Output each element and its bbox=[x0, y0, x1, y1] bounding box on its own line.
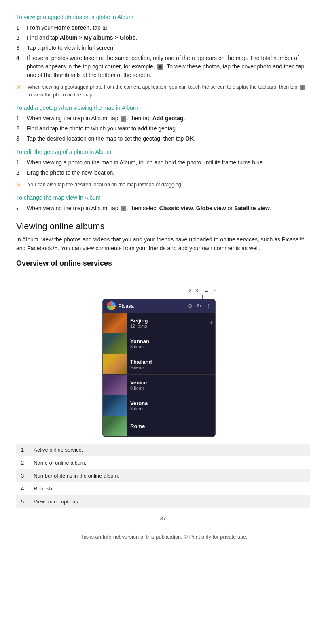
globe-step-3-text: Tap a photo to view it in full screen. bbox=[27, 44, 115, 52]
step-num-1: 1 bbox=[16, 158, 23, 167]
globe-section-heading: To view geotagged photos on a globe in A… bbox=[16, 14, 310, 20]
album-thumb-venice bbox=[103, 375, 127, 395]
screenshot-container: 1— 2 3 4 5 Picasa bbox=[16, 276, 310, 437]
tick-2 bbox=[198, 295, 198, 299]
label-3: 3 bbox=[195, 288, 198, 294]
edit-geotag-tip: ✳ You can also tap the desired location … bbox=[16, 181, 310, 189]
album-count-venice: 8 items bbox=[130, 386, 212, 390]
album-item-thailand: Thailand 9 items bbox=[103, 354, 215, 375]
globe-step-2: 2 Find and tap Album > My albums > Globe… bbox=[16, 34, 310, 42]
screenshot-wrapper: 1— 2 3 4 5 Picasa bbox=[102, 288, 224, 437]
globe-step-2-text: Find and tap Album > My albums > Globe. bbox=[27, 34, 137, 42]
overview-heading: Overview of online services bbox=[16, 259, 310, 268]
album-name-venice: Venice bbox=[130, 380, 212, 386]
device-top-bar: Picasa ⊙ ↻ ⋮ bbox=[103, 299, 215, 313]
ref-desc-5: View menu options. bbox=[29, 495, 310, 508]
album-info-venice: Venice 8 items bbox=[127, 377, 215, 393]
album-info-beijing: Beijing 12 items bbox=[127, 315, 210, 331]
album-name-thailand: Thailand bbox=[130, 359, 212, 365]
change-map-view-list: • When viewing the map in Album, tap ⋮, … bbox=[16, 204, 310, 214]
edit-geotag-heading: To edit the geotag of a photo in Album bbox=[16, 149, 310, 155]
tick-5 bbox=[216, 295, 216, 299]
edit-geotag-section: To edit the geotag of a photo in Album 1… bbox=[16, 149, 310, 189]
step-num-2: 2 bbox=[16, 34, 23, 42]
album-thumb-thailand bbox=[103, 354, 127, 374]
ref-num-4: 4 bbox=[16, 482, 29, 495]
main-heading: Viewing online albums bbox=[16, 221, 310, 232]
ref-desc-3: Number of items in the online album. bbox=[29, 469, 310, 482]
add-geotag-step-3-text: Tap the desired location on the map to s… bbox=[27, 134, 195, 143]
globe-tip: ✳ When viewing a geotagged photo from th… bbox=[16, 83, 310, 99]
tip-icon: ✳ bbox=[16, 83, 24, 91]
menu-icon-small: ⋮ bbox=[121, 116, 126, 122]
album-name-beijing: Beijing bbox=[130, 318, 206, 324]
edit-geotag-step-2-text: Drag the photo to the new location. bbox=[27, 168, 114, 177]
ref-desc-2: Name of online album. bbox=[29, 456, 310, 469]
add-geotag-step-3: 3 Tap the desired location on the map to… bbox=[16, 134, 310, 143]
step-num-1: 1 bbox=[16, 114, 23, 123]
location-icon: ⊙ bbox=[188, 303, 193, 309]
album-count-thailand: 9 items bbox=[130, 365, 212, 370]
map-icon: ◫ bbox=[300, 85, 305, 90]
edit-geotag-step-1: 1 When viewing a photo on the map in Alb… bbox=[16, 158, 310, 167]
album-item-rome: Rome bbox=[103, 416, 215, 437]
ref-row-2: 2 Name of online album. bbox=[16, 456, 310, 469]
top-bar-icons: ⊙ ↻ ⋮ bbox=[188, 303, 211, 309]
album-thumb-beijing bbox=[103, 313, 127, 333]
album-info-thailand: Thailand 9 items bbox=[127, 356, 215, 372]
ref-num-5: 5 bbox=[16, 495, 29, 508]
device-screenshot: Picasa ⊙ ↻ ⋮ bbox=[102, 299, 216, 437]
edit-geotag-steps-list: 1 When viewing a photo on the map in Alb… bbox=[16, 158, 310, 177]
edit-geotag-tip-text: You can also tap the desired location on… bbox=[28, 181, 182, 189]
globe-tip-text: When viewing a geotagged photo from the … bbox=[28, 83, 310, 99]
step-num-2: 2 bbox=[16, 124, 23, 133]
add-geotag-heading: To add a geotag when viewing the map in … bbox=[16, 104, 310, 111]
ref-row-5: 5 View menu options. bbox=[16, 495, 310, 508]
add-geotag-step-2-text: Find and tap the photo to which you want… bbox=[27, 124, 177, 133]
ref-num-3: 3 bbox=[16, 469, 29, 482]
step-num-4: 4 bbox=[16, 54, 23, 79]
globe-step-4: 4 If several photos were taken at the sa… bbox=[16, 54, 310, 79]
picasa-logo-icon bbox=[107, 301, 116, 310]
main-heading-section: Viewing online albums In Album, view the… bbox=[16, 221, 310, 253]
refresh-icon: ↻ bbox=[197, 303, 201, 309]
picasa-logo-area: Picasa bbox=[107, 301, 185, 310]
change-map-view-heading: To change the map view in Album bbox=[16, 194, 310, 201]
ref-row-3: 3 Number of items in the online album. bbox=[16, 469, 310, 482]
album-list: Beijing 12 items ⊕ Yunnan 8 items bbox=[103, 313, 215, 437]
label-5: 5 bbox=[214, 288, 216, 294]
album-thumb-yunnan bbox=[103, 333, 127, 354]
overflow-menu-icon: ⋮ bbox=[205, 303, 211, 309]
album-info-verona: Verona 8 items bbox=[127, 398, 215, 414]
main-intro: In Album, view the photos and videos tha… bbox=[16, 235, 310, 253]
album-count-beijing: 12 items bbox=[130, 324, 206, 328]
page-number: 87 bbox=[16, 516, 310, 522]
ref-row-4: 4 Refresh. bbox=[16, 482, 310, 495]
edit-geotag-step-1-text: When viewing a photo on the map in Album… bbox=[27, 158, 265, 167]
tip-icon-2: ✳ bbox=[16, 181, 24, 189]
step-num-1: 1 bbox=[16, 23, 23, 32]
overview-section: Overview of online services 1— 2 3 4 5 bbox=[16, 259, 310, 508]
sync-icon-beijing: ⊕ bbox=[210, 320, 215, 326]
tick-4 bbox=[210, 295, 210, 299]
album-count-verona: 8 items bbox=[130, 406, 212, 411]
album-item-venice: Venice 8 items bbox=[103, 375, 215, 395]
bullet-symbol: • bbox=[16, 204, 23, 214]
change-map-view-item: • When viewing the map in Album, tap ⋮, … bbox=[16, 204, 310, 214]
album-name-rome: Rome bbox=[130, 423, 212, 429]
tick-3 bbox=[202, 295, 203, 299]
album-name-yunnan: Yunnan bbox=[130, 338, 212, 344]
menu-icon-small-2: ⋮ bbox=[121, 206, 126, 211]
album-name-verona: Verona bbox=[130, 400, 212, 406]
globe-step-3: 3 Tap a photo to view it in full screen. bbox=[16, 44, 310, 52]
photo-stack-icon: ▣ bbox=[157, 64, 163, 70]
num-labels-row: 1— 2 3 4 5 bbox=[102, 288, 224, 294]
step-num-3: 3 bbox=[16, 134, 23, 143]
label-4: 4 bbox=[205, 288, 208, 294]
add-geotag-section: To add a geotag when viewing the map in … bbox=[16, 104, 310, 143]
label-2: 2 bbox=[188, 288, 191, 294]
globe-step-4-text: If several photos were taken at the same… bbox=[27, 54, 310, 79]
album-count-yunnan: 8 items bbox=[130, 344, 212, 349]
add-geotag-step-1: 1 When viewing the map in Album, tap ⋮, … bbox=[16, 114, 310, 123]
album-thumb-rome bbox=[103, 416, 127, 436]
